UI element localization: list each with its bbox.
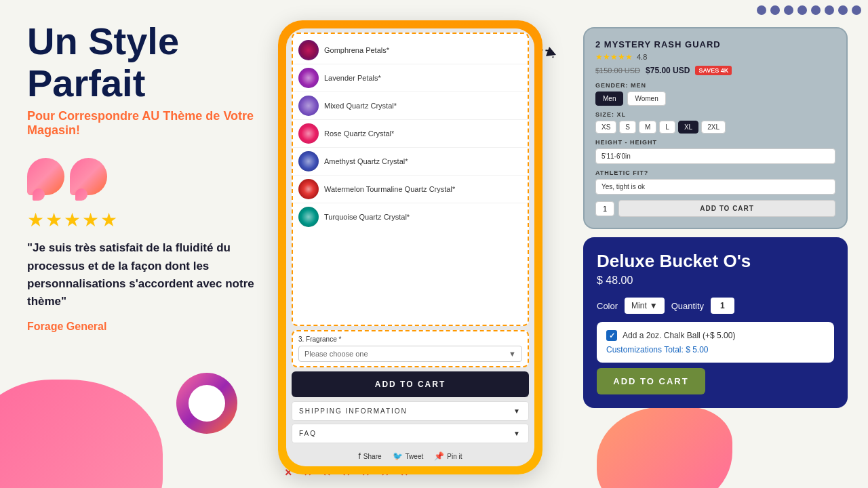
pin-button[interactable]: 📌 Pin it: [434, 451, 462, 461]
quantity-label: Quantity: [671, 301, 704, 311]
twitter-icon: 🐦: [393, 451, 403, 461]
size-options: XS S M L XL 2XL: [595, 121, 835, 134]
item-name: Lavender Petals*: [324, 74, 381, 82]
customizations-total: Customizations Total: $ 5.00: [606, 345, 825, 354]
swatch-amethyst: [298, 151, 319, 171]
bucket-title: Deluxe Bucket O's: [597, 251, 834, 272]
bg-blob-coral: [597, 407, 732, 488]
bottom-product-card: Deluxe Bucket O's $ 48.00 Color Mint ▼ Q…: [583, 237, 848, 408]
gender-label: GENDER: Men: [595, 82, 835, 89]
chevron-down-icon: ▼: [513, 407, 521, 415]
swatch-lavender: [298, 68, 319, 88]
rating-stars: ★★★★★: [595, 52, 633, 62]
height-input[interactable]: 5'11-6'0in: [595, 148, 835, 164]
item-name: Amethyst Quartz Crystal*: [324, 157, 408, 165]
phone-inner: Gomphrena Petals* Lavender Petals* Mixed…: [286, 28, 534, 466]
swatch-mixed-quartz: [298, 96, 319, 116]
fragrance-label: 3. Fragrance *: [298, 336, 522, 343]
sale-badge: SAVES 4K: [695, 66, 732, 75]
list-item[interactable]: Mixed Quartz Crystal*: [293, 92, 528, 120]
bucket-options-row: Color Mint ▼ Quantity 1: [597, 298, 834, 314]
athletic-label: Athletic Fit?: [595, 169, 835, 176]
sale-price: $75.00 USD: [646, 66, 690, 75]
review-stars: ★★★★★: [27, 209, 258, 231]
chalk-ball-row: Add a 2oz. Chalk Ball (+$ 5.00): [606, 330, 825, 341]
list-item[interactable]: Turquoise Quartz Crystal*: [293, 203, 528, 230]
quantity-value[interactable]: 1: [711, 298, 734, 314]
shipping-label: SHIPPING INFORMATION: [299, 407, 408, 415]
rating-row: ★★★★★ 4.8: [595, 52, 835, 62]
product-list: Gomphrena Petals* Lavender Petals* Mixed…: [293, 34, 528, 230]
social-share-bar: f Share 🐦 Tweet 📌 Pin it: [286, 446, 534, 466]
item-name: Watermelon Tourmaline Quartz Crystal*: [324, 185, 455, 193]
chalk-ball-checkbox[interactable]: [606, 330, 617, 341]
add-to-cart-button[interactable]: ADD TO CART: [292, 371, 529, 397]
athletic-input[interactable]: Yes, tight is ok: [595, 179, 835, 195]
size-s-button[interactable]: S: [619, 121, 636, 134]
gender-options: Men Women: [595, 92, 835, 106]
page-title: Un Style Parfait: [27, 20, 258, 104]
original-price: $150.00 USD: [595, 66, 640, 75]
swatch-watermelon: [298, 179, 319, 199]
swatch-gomphrena: [298, 40, 319, 60]
price-row: $150.00 USD $75.00 USD SAVES 4K: [595, 66, 835, 75]
add-to-cart-bottom-button[interactable]: ADD TO CART: [597, 368, 705, 394]
item-name: Turquoise Quartz Crystal*: [324, 213, 410, 221]
phone-mockup: Gomphrena Petals* Lavender Petals* Mixed…: [278, 20, 542, 474]
page-subtitle: Pour Correspondre AU Thème de Votre Maga…: [27, 109, 258, 138]
item-name: Gomphrena Petals*: [324, 46, 389, 54]
quantity-box[interactable]: 1: [595, 201, 614, 216]
shipping-info-section[interactable]: SHIPPING INFORMATION ▼: [292, 401, 529, 421]
share-button[interactable]: f Share: [359, 451, 382, 461]
chevron-down-icon: ▼: [509, 350, 516, 358]
color-value: Mint: [631, 301, 647, 310]
chalk-ball-label: Add a 2oz. Chalk Ball (+$ 5.00): [623, 331, 735, 340]
donut-ring-decoration: [176, 373, 237, 434]
quote-mark-left: [27, 158, 64, 195]
product-list-container: Gomphrena Petals* Lavender Petals* Mixed…: [292, 33, 529, 326]
gender-women-button[interactable]: Women: [627, 92, 665, 106]
quote-decoration: [27, 158, 258, 195]
swatch-turquoise: [298, 207, 319, 227]
chalk-ball-box: Add a 2oz. Chalk Ball (+$ 5.00) Customiz…: [597, 322, 834, 363]
color-label: Color: [597, 301, 618, 311]
bucket-price: $ 48.00: [597, 274, 834, 287]
list-item[interactable]: Gomphrena Petals*: [293, 37, 528, 64]
facebook-icon: f: [359, 451, 361, 461]
add-to-cart-top-button[interactable]: ADD TO CART: [618, 200, 835, 217]
rating-number: 4.8: [637, 53, 647, 61]
add-cart-row: 1 ADD TO CART: [595, 200, 835, 217]
pinterest-icon: 📌: [434, 451, 444, 461]
size-2xl-button[interactable]: 2XL: [701, 121, 726, 134]
chevron-down-icon: ▼: [513, 430, 521, 437]
list-item[interactable]: Amethyst Quartz Crystal*: [293, 148, 528, 176]
gender-men-button[interactable]: Men: [595, 92, 623, 106]
size-xs-button[interactable]: XS: [595, 121, 616, 134]
quote-mark-right: [70, 158, 107, 195]
item-name: Mixed Quartz Crystal*: [324, 102, 397, 110]
height-label: Height - Height: [595, 139, 835, 146]
list-item[interactable]: Rose Quartz Crystal*: [293, 120, 528, 148]
color-select[interactable]: Mint ▼: [625, 298, 665, 314]
faq-section[interactable]: FAQ ▼: [292, 424, 529, 443]
faq-label: FAQ: [299, 430, 317, 437]
fragrance-dropdown[interactable]: Please choose one ▼: [298, 346, 522, 362]
size-label: SIZE: XL: [595, 111, 835, 118]
top-right-circles: [757, 5, 861, 15]
list-item[interactable]: Lavender Petals*: [293, 64, 528, 92]
svg-marker-0: [546, 47, 556, 56]
fragrance-placeholder: Please choose one: [304, 350, 368, 358]
review-text: "Je suis très satisfait de la fluidité d…: [27, 239, 258, 310]
list-item[interactable]: Watermelon Tourmaline Quartz Crystal*: [293, 176, 528, 203]
tweet-button[interactable]: 🐦 Tweet: [393, 451, 424, 461]
fragrance-section: 3. Fragrance * Please choose one ▼: [292, 330, 529, 367]
item-name: Rose Quartz Crystal*: [324, 129, 394, 138]
size-l-button[interactable]: L: [659, 121, 675, 134]
chevron-down-icon: ▼: [650, 301, 658, 310]
swatch-rose-quartz: [298, 123, 319, 144]
right-section: 2 MYSTERY RASH GUARD ★★★★★ 4.8 $150.00 U…: [583, 27, 848, 408]
reviewer-name: Forage General: [27, 321, 258, 333]
top-product-card: 2 MYSTERY RASH GUARD ★★★★★ 4.8 $150.00 U…: [583, 27, 848, 229]
size-xl-button[interactable]: XL: [678, 121, 698, 134]
size-m-button[interactable]: M: [639, 121, 656, 134]
